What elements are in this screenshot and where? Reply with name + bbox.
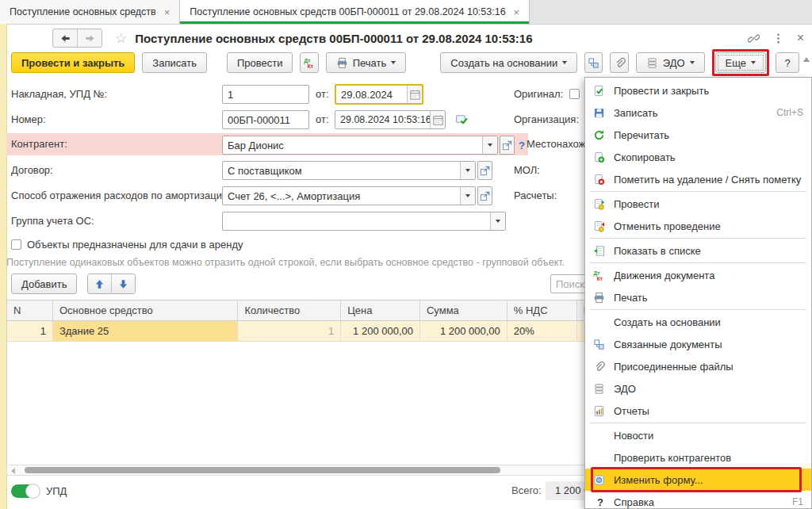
toggle-knob [25, 484, 40, 499]
document-title-bar: ☆ Поступление основных средств 00БП-0000… [6, 26, 812, 50]
menu-item-label: Справка [614, 496, 786, 508]
forward-button[interactable] [77, 29, 102, 47]
more-button[interactable]: Еще [715, 52, 766, 73]
back-button[interactable] [53, 29, 77, 47]
scroll-up-icon[interactable] [803, 57, 810, 62]
invoice-number-input[interactable]: 1 [222, 85, 309, 104]
menu-item[interactable]: Отменить проведение [585, 215, 811, 237]
save-button[interactable]: Записать [142, 52, 207, 73]
print-button[interactable]: Печать [326, 52, 407, 73]
dropdown-arrow-icon[interactable] [482, 136, 497, 154]
tab-fixed-assets-list[interactable]: Поступление основных средств × [0, 0, 180, 24]
create-based-on-button[interactable]: Создать на основании [440, 52, 577, 73]
rent-checkbox[interactable] [11, 239, 21, 250]
printer-icon [336, 57, 348, 69]
menu-item[interactable]: Печать [585, 286, 811, 308]
column-header-4[interactable]: Сумма [420, 300, 508, 320]
menu-item[interactable]: Присоединенные файлы [585, 355, 811, 377]
forward-arrow-icon [84, 33, 96, 44]
menu-item-label: Изменить форму... [614, 474, 803, 486]
invoice-number-value: 1 [223, 89, 308, 101]
menu-item[interactable]: Провести [585, 193, 811, 215]
linked-docs-icon [593, 339, 607, 350]
column-header-1[interactable]: Основное средство [53, 300, 239, 320]
menu-item-label: Новости [614, 430, 803, 442]
menu-item[interactable]: ДтКтДвижения документа [585, 264, 811, 286]
menu-item[interactable]: Пометить на удаление / Снять пометку [585, 168, 811, 190]
open-contract-icon[interactable] [477, 161, 492, 180]
tab-close-icon[interactable]: × [514, 7, 520, 17]
tab-label: Поступление основных средств 00БП-000011… [190, 6, 505, 17]
menu-item[interactable]: Новости [585, 424, 811, 446]
counterparty-help-icon[interactable]: ? [519, 140, 525, 151]
attached-files-button[interactable] [610, 52, 628, 73]
menu-item[interactable]: Изменить форму... [585, 469, 811, 491]
column-header-3[interactable]: Цена [341, 300, 420, 320]
menu-item[interactable]: Перечитать [585, 124, 811, 146]
contract-combo[interactable]: С поставщиком [222, 161, 476, 180]
counterparty-combo[interactable]: Бар Дионис [222, 136, 498, 155]
menu-item[interactable]: Показать в списке [585, 239, 811, 262]
asset-group-combo[interactable] [222, 212, 506, 231]
menu-item[interactable]: ЗаписатьCtrl+S [585, 101, 811, 124]
rent-checkbox-label: Объекты предназначены для сдачи в аренду [27, 235, 243, 255]
set-time-check-icon[interactable] [455, 113, 469, 126]
calendar-icon[interactable] [430, 111, 445, 128]
original-checkbox[interactable] [569, 89, 580, 99]
table-cell-3[interactable]: 1 200 000,00 [341, 321, 420, 341]
more-window-menu-icon[interactable] [772, 33, 784, 44]
menu-item[interactable]: Скопировать [585, 146, 811, 168]
column-header-2[interactable]: Количество [238, 300, 341, 320]
menu-item[interactable]: ЭДО [585, 377, 811, 400]
open-amortization-icon[interactable] [477, 186, 492, 205]
menu-item-label: Проверить контрагентов [614, 452, 803, 464]
dropdown-arrow-icon[interactable] [460, 162, 475, 179]
dropdown-arrow-icon[interactable] [460, 187, 475, 205]
menu-item[interactable]: ?СправкаF1 [585, 491, 811, 509]
invoice-date-input[interactable]: 29.08.2024 [335, 84, 423, 105]
menu-item[interactable]: Проверить контрагентов [585, 446, 811, 469]
dropdown-arrow-icon[interactable] [490, 212, 505, 230]
amortization-method-combo[interactable]: Счет 26, <...>, Амортизация [222, 186, 476, 205]
tab-bar: Поступление основных средств × Поступлен… [0, 0, 812, 25]
column-header-5[interactable]: % НДС [508, 300, 577, 320]
get-link-icon[interactable] [748, 33, 760, 44]
scrollbar-thumb[interactable] [25, 467, 500, 473]
move-down-button[interactable] [111, 274, 135, 293]
favorite-star-icon[interactable]: ☆ [115, 32, 127, 45]
contract-value: С поставщиком [223, 165, 460, 177]
add-row-button[interactable]: Добавить [11, 274, 77, 294]
dtkt-postings-button[interactable]: ДтКт [300, 52, 318, 73]
open-counterparty-icon[interactable] [500, 136, 515, 155]
menu-item[interactable]: Создать на основании [585, 311, 811, 333]
menu-separator [590, 423, 806, 423]
menu-item[interactable]: Связанные документы [585, 333, 811, 355]
upd-toggle[interactable] [11, 484, 40, 498]
post-button[interactable]: Провести [227, 52, 293, 73]
menu-item[interactable]: Провести и закрыть [585, 79, 811, 101]
table-cell-0[interactable]: 1 [7, 321, 53, 341]
table-cell-4[interactable]: 1 200 000,00 [420, 321, 508, 341]
linked-documents-button[interactable] [584, 52, 603, 73]
edo-button[interactable]: ЭДО [636, 52, 705, 73]
table-cell-5[interactable]: 20% [508, 321, 577, 341]
tab-fixed-assets-document[interactable]: Поступление основных средств 00БП-000011… [180, 0, 530, 24]
print-icon [593, 292, 607, 304]
post-and-close-button[interactable]: Провести и закрыть [11, 52, 135, 73]
scroll-left-icon[interactable] [11, 468, 15, 474]
svg-text:Кт: Кт [307, 63, 313, 69]
delete-mark-icon [593, 174, 607, 186]
table-cell-2[interactable]: 1 [238, 321, 341, 341]
more-menu: Провести и закрытьЗаписатьCtrl+SПеречита… [584, 77, 812, 509]
help-button[interactable]: ? [776, 52, 799, 73]
move-up-button[interactable] [88, 274, 111, 293]
close-window-icon[interactable]: × [797, 32, 804, 44]
table-cell-1[interactable]: Здание 25 [53, 321, 239, 341]
calendar-icon[interactable] [407, 86, 422, 103]
menu-item-label: Перечитать [614, 129, 803, 141]
tab-close-icon[interactable]: × [164, 7, 170, 17]
menu-item[interactable]: Отчеты [585, 400, 811, 422]
column-header-0[interactable]: N [7, 300, 53, 320]
document-number-input[interactable]: 00БП-000011 [222, 110, 309, 129]
document-datetime-input[interactable]: 29.08.2024 10:53:16 [335, 110, 446, 129]
